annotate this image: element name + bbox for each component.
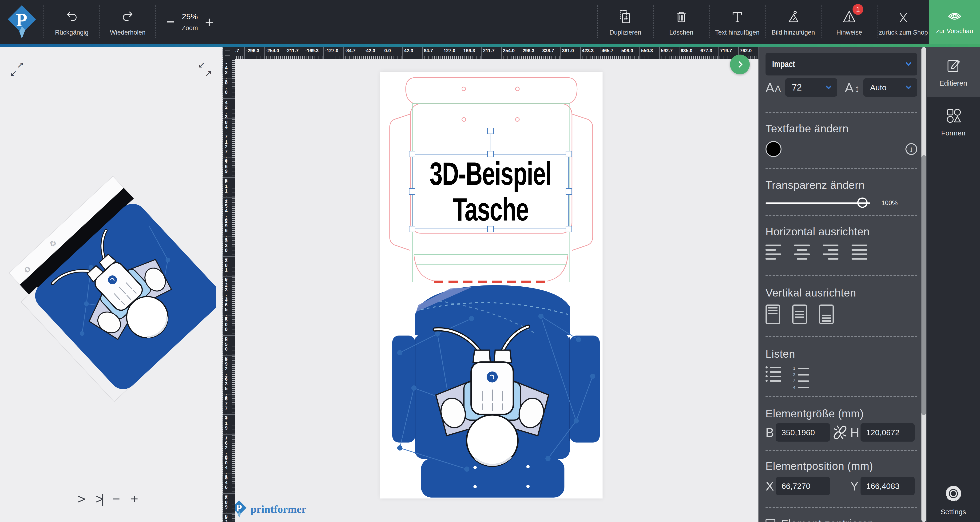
text-line-1: 3D-Beispiel [430, 156, 551, 192]
close-icon [896, 8, 910, 25]
edit-icon [945, 57, 963, 75]
center-element-row[interactable]: Element zentrieren [765, 517, 917, 522]
resize-handle-middle-left[interactable] [409, 188, 415, 195]
align-justify-button[interactable] [851, 245, 867, 259]
ruler-tick-label: 211.7 [223, 177, 235, 197]
collapse-preview-icon[interactable]: ↙↗ [198, 60, 212, 78]
ruler-tick-label: 338.7 [541, 47, 560, 59]
preview-zoom-out-button[interactable]: − [112, 492, 120, 506]
printformer-editor: P Rückgängig Wiederholen − 25% Zoom + [0, 0, 980, 522]
last-view-button[interactable]: >| [96, 492, 102, 506]
artboard[interactable] [380, 72, 603, 498]
valign-bottom-button[interactable] [819, 304, 834, 324]
x-input[interactable]: 66,7270 [776, 477, 830, 495]
bullet-list-button[interactable] [765, 366, 781, 382]
preview-nav-controls: > >| − + [78, 492, 138, 506]
ruler-tick-label: 592.7 [659, 47, 679, 59]
resize-handle-top-right[interactable] [566, 151, 572, 157]
settings-button[interactable]: Settings [927, 483, 980, 516]
ruler-tick-label: 423.3 [580, 47, 600, 59]
center-element-checkbox[interactable] [765, 519, 775, 522]
numbered-list-button[interactable]: 1 2 3 4 [792, 366, 809, 389]
lists-row: 1 2 3 4 [765, 366, 917, 389]
ruler-tick-label: 423.3 [223, 276, 235, 296]
y-label: Y [850, 479, 861, 493]
zoom-out-button[interactable]: − [166, 14, 175, 29]
lists-label: Listen [765, 347, 917, 360]
panel-scrollbar[interactable] [921, 47, 926, 522]
valign-top-button[interactable] [765, 304, 780, 324]
ruler-tick-label: 381.0 [223, 256, 235, 276]
unlink-icon[interactable] [830, 424, 850, 441]
tab-edit[interactable]: Editieren [927, 47, 980, 97]
svg-text:P: P [236, 503, 242, 514]
resize-handle-middle-right[interactable] [566, 188, 572, 195]
section-divider [765, 215, 917, 216]
add-text-icon [730, 8, 745, 25]
watermark-label: printformer [250, 503, 307, 516]
align-left-button[interactable] [765, 245, 781, 259]
ruler-tick-label: 804.3 [223, 454, 235, 474]
ruler-tick-label: -254.0 [264, 47, 284, 59]
preview-label: zur Vorschau [936, 27, 973, 35]
resize-handle-top-center[interactable] [487, 151, 494, 157]
width-input[interactable]: 350,1960 [776, 423, 830, 442]
align-right-button[interactable] [823, 245, 838, 259]
tab-shapes[interactable]: Formen [927, 97, 980, 147]
ruler-tick-label: 127.0 [442, 47, 462, 59]
ruler-tick-label: 254.0 [223, 197, 235, 217]
rotation-handle[interactable] [487, 128, 494, 134]
font-size-select[interactable]: 72 [785, 78, 837, 97]
halign-label: Horizontal ausrichten [765, 225, 917, 238]
ruler-tick-label: 338.7 [223, 237, 235, 256]
redo-label: Wiederholen [110, 29, 146, 36]
hints-button[interactable]: 1 Hinweise [821, 0, 877, 44]
align-center-button[interactable] [794, 245, 810, 259]
selected-text-element[interactable]: 3D-Beispiel Tasche [412, 154, 569, 229]
shapes-icon [945, 107, 963, 124]
y-input[interactable]: 166,4083 [861, 477, 915, 495]
back-to-shop-button[interactable]: zurück zum Shop [877, 0, 929, 44]
center-element-label: Element zentrieren [781, 517, 874, 522]
redo-button[interactable]: Wiederholen [100, 0, 156, 44]
resize-handle-bottom-right[interactable] [566, 226, 572, 232]
undo-icon [64, 8, 79, 25]
resize-handle-top-left[interactable] [409, 151, 415, 157]
font-family-select[interactable]: Impact [765, 53, 917, 75]
next-view-button[interactable]: > [78, 492, 85, 506]
text-color-swatch[interactable] [765, 141, 781, 157]
add-image-button[interactable]: Bild hinzufügen [765, 0, 821, 44]
slider-knob[interactable] [857, 197, 868, 208]
accent-gradient-bar [0, 44, 980, 47]
add-text-button[interactable]: Text hinzufügen [710, 0, 765, 44]
ruler-tick-label: 0.0 [223, 78, 235, 98]
info-icon[interactable] [905, 143, 917, 155]
preview-zoom-in-button[interactable]: + [130, 492, 138, 506]
undo-label: Rückgängig [55, 29, 89, 36]
height-input[interactable]: 120,0672 [861, 423, 915, 442]
zoom-in-button[interactable]: + [205, 14, 213, 29]
panel-toggle-button[interactable] [730, 54, 750, 74]
valign-middle-button[interactable] [792, 304, 807, 324]
text-properties-panel: Impact AA 72 A↕ Auto Textfarbe ändern Tr… [759, 47, 927, 522]
delete-button[interactable]: Löschen [654, 0, 709, 44]
ruler-corner [223, 47, 235, 59]
undo-button[interactable]: Rückgängig [44, 0, 99, 44]
line-height-select[interactable]: Auto [863, 78, 917, 97]
ruler-tick-label: 169.3 [462, 47, 481, 59]
resize-handle-bottom-center[interactable] [487, 226, 494, 232]
ruler-tick-label: -296.3 [244, 47, 264, 59]
preview-button[interactable]: zur Vorschau [929, 0, 980, 44]
zoom-display: 25% Zoom [181, 12, 198, 32]
expand-preview-icon[interactable]: ↗↙ [10, 60, 24, 78]
bag-3d-preview[interactable]: ♻ ♻ [5, 108, 216, 461]
resize-handle-bottom-left[interactable] [409, 226, 415, 232]
duplicate-button[interactable]: Duplizieren [598, 0, 653, 44]
app-logo[interactable]: P [0, 0, 43, 44]
ruler-tick-label: 846.7 [223, 474, 235, 493]
text-line-2: Tasche [452, 192, 528, 228]
transparency-slider[interactable] [765, 202, 870, 204]
zoom-label: Zoom [181, 24, 198, 32]
panel-scrollbar-thumb[interactable] [921, 155, 926, 415]
position-label: Elementposition (mm) [765, 460, 917, 473]
